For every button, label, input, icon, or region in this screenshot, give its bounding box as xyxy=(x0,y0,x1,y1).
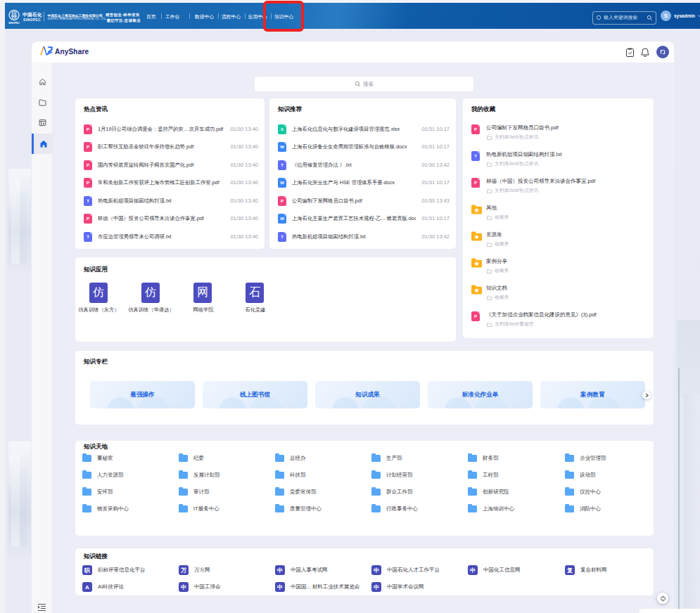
svg-text:SINOPEC: SINOPEC xyxy=(8,22,20,25)
